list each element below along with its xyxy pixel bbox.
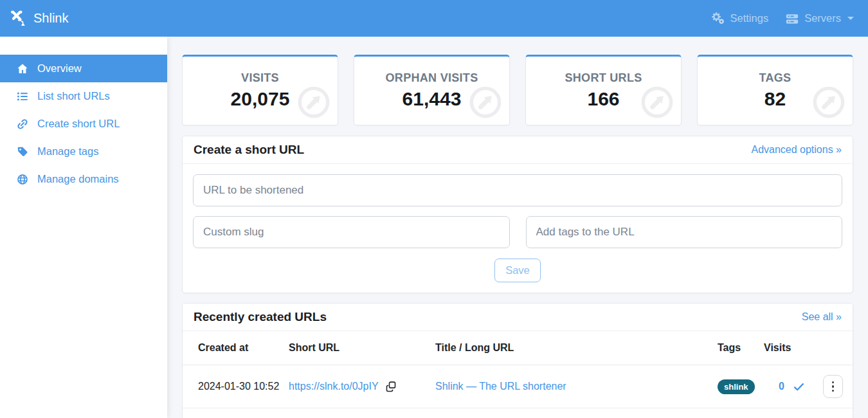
sidebar: Overview List short URLs: [0, 37, 167, 418]
arrow-up-right-circle-icon: [640, 86, 674, 122]
stat-value: 82: [764, 88, 786, 110]
shlink-logo-icon: [9, 10, 27, 28]
stat-card-tags[interactable]: TAGS 82: [697, 55, 853, 125]
create-card-header: Create a short URL Advanced options »: [183, 136, 853, 164]
recent-card-header: Recently created URLs See all »: [183, 304, 853, 331]
table-row: 2024-01-30 10:52 https://slnk.to/0JpIY: [183, 365, 853, 408]
settings-nav-item[interactable]: Settings: [710, 11, 769, 26]
title-link[interactable]: Shlink — The URL shortener: [435, 381, 566, 392]
settings-label: Settings: [730, 12, 769, 24]
globe-icon: [16, 173, 29, 186]
stats-row: VISITS 20,075 ORPHAN VISITS 61,443: [182, 55, 853, 125]
sidebar-item-label: List short URLs: [37, 90, 110, 102]
create-card-title: Create a short URL: [194, 143, 304, 157]
create-short-url-card: Create a short URL Advanced options » Sa…: [182, 136, 853, 293]
stat-card-visits[interactable]: VISITS 20,075: [182, 55, 338, 125]
brand-title: Shlink: [33, 11, 68, 26]
recent-card-title: Recently created URLs: [194, 310, 327, 324]
stat-value: 20,075: [231, 88, 290, 110]
servers-label: Servers: [804, 12, 841, 24]
servers-dropdown[interactable]: Servers: [785, 12, 854, 26]
navbar-menu: Settings Servers: [710, 11, 854, 26]
sidebar-item-list-short-urls[interactable]: List short URLs: [0, 82, 167, 110]
home-icon: [16, 62, 29, 75]
sidebar-item-create-short-url[interactable]: Create short URL: [0, 110, 167, 138]
col-created-at: Created at: [183, 331, 281, 365]
col-actions: [815, 331, 853, 365]
stat-card-orphan-visits[interactable]: ORPHAN VISITS 61,443: [354, 55, 510, 125]
servers-icon: [785, 12, 799, 26]
see-all-link[interactable]: See all »: [802, 311, 842, 323]
arrow-up-right-circle-icon: [297, 86, 330, 122]
table-row: 2024-01-29 19:20 https://slnk.to/v4.0.0-…: [183, 408, 853, 418]
col-title-long-url: Title / Long URL: [428, 331, 710, 365]
visits-count[interactable]: 0: [779, 381, 784, 392]
row-menu-button[interactable]: [823, 375, 843, 398]
stat-card-short-urls[interactable]: SHORT URLS 166: [525, 55, 682, 125]
tag-badge[interactable]: shlink: [718, 379, 755, 394]
created-at-cell: 2024-01-30 10:52: [183, 365, 281, 408]
sidebar-item-label: Create short URL: [37, 118, 120, 130]
short-url-link[interactable]: https://slnk.to/0JpIY: [289, 381, 379, 392]
col-visits: Visits: [756, 331, 815, 365]
col-short-url: Short URL: [281, 331, 428, 365]
tag-icon: [16, 145, 29, 158]
table-header-row: Created at Short URL Title / Long URL Ta…: [183, 331, 853, 365]
chevron-down-icon: [847, 17, 854, 20]
arrow-up-right-circle-icon: [812, 86, 845, 122]
created-at-cell: 2024-01-29 19:20: [183, 408, 281, 418]
recently-created-urls-card: Recently created URLs See all » Created …: [182, 303, 853, 418]
stat-value: 166: [587, 88, 619, 110]
advanced-options-link[interactable]: Advanced options »: [751, 144, 842, 156]
sidebar-item-label: Overview: [37, 62, 82, 75]
sidebar-item-label: Manage domains: [37, 173, 119, 185]
copy-icon[interactable]: [385, 381, 397, 392]
top-navbar: Shlink Settings: [0, 0, 868, 37]
gears-icon: [710, 11, 725, 26]
brand[interactable]: Shlink: [9, 10, 68, 28]
col-tags: Tags: [710, 331, 756, 365]
recent-urls-table: Created at Short URL Title / Long URL Ta…: [183, 331, 853, 418]
stat-value: 61,443: [402, 88, 462, 110]
stat-label: VISITS: [241, 71, 279, 85]
custom-slug-input[interactable]: [193, 216, 510, 248]
save-button[interactable]: Save: [494, 259, 541, 282]
check-icon: [793, 381, 805, 393]
sidebar-item-manage-tags[interactable]: Manage tags: [0, 138, 167, 165]
main-content: VISITS 20,075 ORPHAN VISITS 61,443: [167, 37, 868, 418]
list-icon: [16, 90, 29, 103]
stat-label: TAGS: [759, 71, 791, 85]
stat-label: ORPHAN VISITS: [386, 71, 478, 85]
arrow-up-right-circle-icon: [469, 86, 502, 122]
stat-label: SHORT URLS: [565, 71, 642, 85]
long-url-input[interactable]: [193, 174, 842, 206]
tags-input[interactable]: [526, 216, 843, 248]
sidebar-item-manage-domains[interactable]: Manage domains: [0, 165, 167, 193]
sidebar-item-label: Manage tags: [37, 145, 98, 158]
create-card-body: Save: [183, 164, 853, 293]
link-icon: [16, 118, 29, 131]
sidebar-item-overview[interactable]: Overview: [0, 55, 167, 82]
